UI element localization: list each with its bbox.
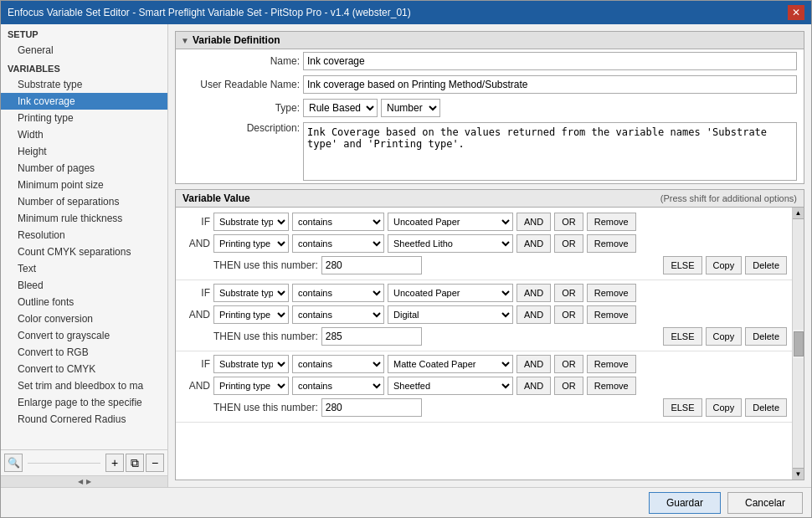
sidebar-item-width[interactable]: Width (1, 126, 167, 143)
rule3-if-remove-btn[interactable]: Remove (587, 355, 636, 373)
sidebar-item-ink-coverage[interactable]: Ink coverage (1, 93, 167, 110)
scroll-up-btn[interactable]: ▲ (793, 208, 804, 219)
description-row: Description: Ink Coverage based on the v… (176, 120, 804, 183)
rule3-and-var[interactable]: Printing typeSubstrate type (213, 377, 289, 395)
sidebar-item-min-rule-thickness[interactable]: Minimum rule thickness (1, 210, 167, 227)
rule3-and-and-btn[interactable]: AND (516, 377, 551, 395)
rule2-and-remove-btn[interactable]: Remove (587, 305, 636, 324)
rule2-if-var[interactable]: Substrate typePrinting type (213, 284, 289, 302)
rule1-and-op[interactable]: containsequals (292, 234, 384, 253)
remove-item-button[interactable]: − (146, 454, 164, 472)
sidebar-item-count-cmyk[interactable]: Count CMYK separations (1, 244, 167, 260)
rule1-and-var[interactable]: Printing typeSubstrate type (213, 234, 289, 253)
sidebar-item-convert-rgb[interactable]: Convert to RGB (1, 344, 167, 361)
rule2-if-remove-btn[interactable]: Remove (587, 284, 636, 302)
rule2-and-and-btn[interactable]: AND (516, 305, 551, 324)
user-readable-input[interactable] (303, 75, 797, 94)
rule1-and-remove-btn[interactable]: Remove (587, 234, 636, 253)
rule1-and-or-btn[interactable]: OR (554, 234, 583, 253)
search-icon[interactable]: 🔍 (4, 454, 23, 472)
sidebar-item-number-of-pages[interactable]: Number of pages (1, 160, 167, 177)
sidebar-item-text[interactable]: Text (1, 260, 167, 277)
rule3-if-and-btn[interactable]: AND (516, 355, 551, 373)
rule3-if-val[interactable]: Matte Coated PaperUncoated PaperCoated P… (388, 355, 513, 373)
rule2-if-val[interactable]: Uncoated PaperCoated PaperMatte Coated P… (388, 284, 513, 302)
rule3-and-val[interactable]: SheetfedSheetfed LithoDigital (388, 377, 513, 395)
sidebar-item-enlarge-page[interactable]: Enlarge page to the specifie (1, 394, 167, 411)
rule2-copy-btn[interactable]: Copy (706, 327, 743, 346)
sidebar-item-printing-type[interactable]: Printing type (1, 110, 167, 126)
rule3-else-btn[interactable]: ELSE (663, 398, 702, 417)
rule2-and-row: AND Printing typeSubstrate type contains… (176, 304, 792, 326)
sidebar-scroll-nav: ◀ ▶ (1, 475, 167, 487)
rule1-then-input[interactable] (321, 256, 422, 274)
rule2-if-or-btn[interactable]: OR (554, 284, 583, 302)
rule1-if-val[interactable]: Uncoated PaperCoated PaperMatte Coated P… (388, 213, 513, 231)
rules-container[interactable]: IF Substrate typePrinting type containse… (176, 208, 792, 480)
sidebar-item-min-point-size[interactable]: Minimum point size (1, 177, 167, 193)
rule2-else-btn[interactable]: ELSE (663, 327, 702, 346)
rule2-delete-btn[interactable]: Delete (745, 327, 787, 346)
user-readable-row: User Readable Name: (176, 73, 804, 96)
rule1-delete-btn[interactable]: Delete (745, 256, 787, 274)
cancelar-button[interactable]: Cancelar (727, 492, 803, 514)
sidebar-scroll[interactable]: SETUP General VARIABLES Substrate type I… (1, 24, 167, 449)
sidebar-item-convert-cmyk[interactable]: Convert to CMYK (1, 361, 167, 377)
rule1-if-row: IF Substrate typePrinting type containse… (176, 211, 792, 233)
rule1-and-val[interactable]: Sheetfed LithoDigitalSheetfed (388, 234, 513, 253)
collapse-icon[interactable]: ▼ (181, 36, 189, 45)
duplicate-item-button[interactable]: ⧉ (126, 454, 144, 472)
type-select1[interactable]: Rule Based Fixed User Input (303, 99, 378, 117)
scroll-thumb[interactable] (794, 331, 804, 356)
sidebar-item-resolution[interactable]: Resolution (1, 227, 167, 244)
rule-group-1: IF Substrate typePrinting type containse… (176, 211, 792, 280)
rules-scrollbar[interactable]: ▲ ▼ (792, 208, 804, 480)
rule1-if-var[interactable]: Substrate typePrinting type (213, 213, 289, 231)
sidebar-item-bleed[interactable]: Bleed (1, 277, 167, 294)
rule2-if-and-btn[interactable]: AND (516, 284, 551, 302)
sidebar-item-number-of-separations[interactable]: Number of separations (1, 193, 167, 210)
main-content: SETUP General VARIABLES Substrate type I… (1, 24, 811, 487)
sidebar-item-set-trim[interactable]: Set trim and bleedbox to ma (1, 377, 167, 394)
description-textarea[interactable]: Ink Coverage based on the values returne… (303, 122, 797, 181)
rule3-if-op[interactable]: containsequals (292, 355, 384, 373)
guardar-button[interactable]: Guardar (649, 492, 721, 514)
rule3-delete-btn[interactable]: Delete (745, 398, 787, 417)
rule1-if-or-btn[interactable]: OR (554, 213, 583, 231)
rule1-if-op[interactable]: containsequalsstarts with (292, 213, 384, 231)
sidebar-item-height[interactable]: Height (1, 143, 167, 160)
rule3-and-or-btn[interactable]: OR (554, 377, 583, 395)
sidebar-item-general[interactable]: General (1, 42, 167, 59)
name-input[interactable] (303, 52, 797, 70)
rule3-if-or-btn[interactable]: OR (554, 355, 583, 373)
scroll-down-btn[interactable]: ▼ (793, 468, 804, 480)
type-select2[interactable]: Number String Boolean (381, 99, 440, 117)
rule1-copy-btn[interactable]: Copy (706, 256, 743, 274)
rule1-else-btn[interactable]: ELSE (663, 256, 702, 274)
rule3-and-op[interactable]: containsequals (292, 377, 384, 395)
rule2-and-or-btn[interactable]: OR (554, 305, 583, 324)
footer: Guardar Cancelar (1, 487, 811, 517)
close-button[interactable]: ✕ (788, 5, 804, 20)
rule3-and-remove-btn[interactable]: Remove (587, 377, 636, 395)
rule3-if-var[interactable]: Substrate typePrinting type (213, 355, 289, 373)
rule1-then-label: THEN use this number: (213, 259, 318, 271)
rule2-and-var[interactable]: Printing typeSubstrate type (213, 305, 289, 324)
rule1-if-remove-btn[interactable]: Remove (587, 213, 636, 231)
sidebar-item-color-conversion[interactable]: Color conversion (1, 310, 167, 327)
rule2-and-val[interactable]: DigitalSheetfed LithoSheetfed (388, 305, 513, 324)
sidebar-item-convert-grayscale[interactable]: Convert to grayscale (1, 327, 167, 344)
sidebar-item-outline-fonts[interactable]: Outline fonts (1, 294, 167, 310)
rule3-copy-btn[interactable]: Copy (706, 398, 743, 417)
rule1-and-and-btn[interactable]: AND (516, 234, 551, 253)
rule3-if-row: IF Substrate typePrinting type containse… (176, 353, 792, 375)
sidebar-item-round-corner[interactable]: Round Cornered Radius (1, 411, 167, 428)
rule1-if-and-btn[interactable]: AND (516, 213, 551, 231)
rule2-and-op[interactable]: containsequals (292, 305, 384, 324)
rule3-then-input[interactable] (321, 398, 422, 417)
add-item-button[interactable]: + (105, 454, 124, 472)
sidebar-item-substrate-type[interactable]: Substrate type (1, 76, 167, 93)
rule2-if-op[interactable]: containsequals (292, 284, 384, 302)
rule2-then-input[interactable] (321, 327, 422, 346)
var-value-title: Variable Value (182, 192, 250, 204)
